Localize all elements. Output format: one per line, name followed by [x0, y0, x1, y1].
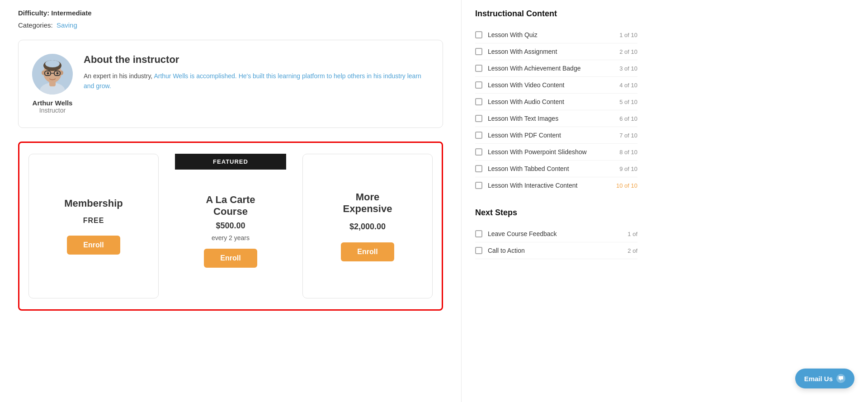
- pricing-card-alacarte: FEATURED A La CarteCourse $500.00 every …: [166, 154, 295, 298]
- next-steps-title: Next Steps: [475, 208, 637, 218]
- lesson-label-7: Lesson With PDF Content: [488, 132, 616, 139]
- categories-label: Categories:: [18, 21, 53, 29]
- plan-name-alacarte: A La CarteCourse: [206, 194, 255, 218]
- checkbox-10[interactable]: [475, 182, 482, 189]
- list-item: Lesson With PDF Content 7 of 10: [475, 127, 637, 144]
- featured-header: FEATURED: [175, 154, 286, 170]
- featured-body: A La CarteCourse $500.00 every 2 years E…: [175, 177, 286, 285]
- instructor-description: An expert in his industry, Arthur Wells …: [84, 71, 429, 91]
- checkbox-4[interactable]: [475, 81, 482, 89]
- enroll-button-membership[interactable]: Enroll: [67, 236, 120, 255]
- lesson-label-5: Lesson With Audio Content: [488, 98, 616, 105]
- checkbox-ns-2[interactable]: [475, 247, 482, 254]
- email-us-label: Email Us: [804, 375, 833, 383]
- lesson-number-7: 7 of 10: [619, 132, 637, 139]
- list-item: Lesson With Text Images 6 of 10: [475, 110, 637, 127]
- list-item: Lesson With Tabbed Content 9 of 10: [475, 161, 637, 177]
- instructor-avatar-wrap: Arthur Wells Instructor: [32, 54, 73, 114]
- checkbox-1[interactable]: [475, 31, 482, 38]
- plan-price-membership: FREE: [83, 217, 104, 225]
- category-tag[interactable]: Saving: [57, 21, 77, 29]
- plan-name-membership: Membership: [64, 198, 123, 209]
- main-content: Difficulty: Intermediate Categories: Sav…: [0, 0, 461, 402]
- instructor-name: Arthur Wells: [33, 99, 73, 107]
- list-item: Lesson With Video Content 4 of 10: [475, 77, 637, 94]
- difficulty-value: Intermediate: [51, 9, 91, 17]
- next-step-number-2: 2 of: [627, 247, 637, 254]
- next-steps-list: Leave Course Feedback 1 of Call to Actio…: [475, 226, 637, 259]
- list-item: Lesson With Achievement Badge 3 of 10: [475, 60, 637, 77]
- plan-price-sub-alacarte: every 2 years: [212, 234, 250, 241]
- next-step-number-1: 1 of: [627, 231, 637, 237]
- enroll-button-expensive[interactable]: Enroll: [341, 242, 394, 261]
- lesson-number-6: 6 of 10: [619, 115, 637, 122]
- lesson-label-4: Lesson With Video Content: [488, 81, 616, 89]
- plan-price-alacarte: $500.00: [216, 221, 245, 231]
- instructor-role: Instructor: [39, 107, 66, 114]
- next-step-item-1: Leave Course Feedback 1 of: [475, 226, 637, 242]
- next-step-item-2: Call to Action 2 of: [475, 242, 637, 259]
- plan-price-expensive: $2,000.00: [349, 222, 386, 232]
- list-item: Lesson With Powerpoint Slideshow 8 of 10: [475, 144, 637, 161]
- checkbox-3[interactable]: [475, 65, 482, 72]
- lesson-number-8: 8 of 10: [619, 149, 637, 156]
- checkbox-ns-1[interactable]: [475, 230, 482, 237]
- instructional-content-title: Instructional Content: [475, 9, 637, 19]
- lesson-label-6: Lesson With Text Images: [488, 115, 616, 122]
- checkbox-7[interactable]: [475, 132, 482, 139]
- checkbox-9[interactable]: [475, 165, 482, 172]
- email-us-button[interactable]: Email Us: [795, 369, 854, 388]
- list-item: Lesson With Quiz 1 of 10: [475, 27, 637, 43]
- lesson-label-9: Lesson With Tabbed Content: [488, 165, 616, 172]
- checkbox-8[interactable]: [475, 148, 482, 156]
- lesson-label-2: Lesson With Assignment: [488, 48, 616, 55]
- lesson-number-1: 1 of 10: [619, 32, 637, 38]
- enroll-button-alacarte[interactable]: Enroll: [204, 249, 257, 268]
- lesson-number-4: 4 of 10: [619, 82, 637, 89]
- plan-name-expensive: MoreExpensive: [343, 191, 392, 215]
- lesson-number-5: 5 of 10: [619, 99, 637, 105]
- lesson-number-2: 2 of 10: [619, 48, 637, 55]
- lesson-number-9: 9 of 10: [619, 166, 637, 172]
- pricing-section: Membership FREE Enroll FEATURED A La Car…: [18, 142, 443, 311]
- lesson-number-3: 3 of 10: [619, 65, 637, 72]
- instructor-link[interactable]: Arthur Wells is accomplished. He's built…: [84, 72, 421, 90]
- checkbox-5[interactable]: [475, 98, 482, 105]
- lesson-label-10: Lesson With Interactive Content: [488, 182, 613, 189]
- lesson-label-1: Lesson With Quiz: [488, 31, 616, 38]
- chat-icon: [836, 374, 845, 383]
- pricing-cards: Membership FREE Enroll FEATURED A La Car…: [28, 154, 433, 298]
- avatar: [32, 54, 73, 95]
- lesson-list: Lesson With Quiz 1 of 10 Lesson With Ass…: [475, 27, 637, 194]
- difficulty-line: Difficulty: Intermediate: [18, 9, 443, 17]
- list-item: Lesson With Assignment 2 of 10: [475, 43, 637, 60]
- checkbox-6[interactable]: [475, 115, 482, 122]
- svg-point-11: [47, 72, 49, 75]
- sidebar: Instructional Content Lesson With Quiz 1…: [461, 0, 651, 402]
- list-item: Lesson With Interactive Content 10 of 10: [475, 177, 637, 194]
- instructor-card: Arthur Wells Instructor About the instru…: [18, 40, 443, 128]
- instructor-card-title: About the instructor: [84, 54, 429, 66]
- lesson-label-8: Lesson With Powerpoint Slideshow: [488, 148, 616, 156]
- list-item: Lesson With Audio Content 5 of 10: [475, 94, 637, 110]
- svg-point-5: [45, 60, 60, 67]
- categories-line: Categories: Saving: [18, 21, 443, 29]
- pricing-card-expensive: MoreExpensive $2,000.00 Enroll: [302, 154, 433, 298]
- svg-point-12: [57, 72, 59, 75]
- pricing-card-membership: Membership FREE Enroll: [28, 154, 159, 298]
- next-step-label-2: Call to Action: [488, 247, 624, 254]
- lesson-label-3: Lesson With Achievement Badge: [488, 65, 616, 72]
- lesson-number-10: 10 of 10: [616, 182, 637, 189]
- instructor-info: About the instructor An expert in his in…: [84, 54, 429, 91]
- difficulty-label: Difficulty:: [18, 9, 49, 17]
- checkbox-2[interactable]: [475, 48, 482, 55]
- next-step-label-1: Leave Course Feedback: [488, 230, 624, 237]
